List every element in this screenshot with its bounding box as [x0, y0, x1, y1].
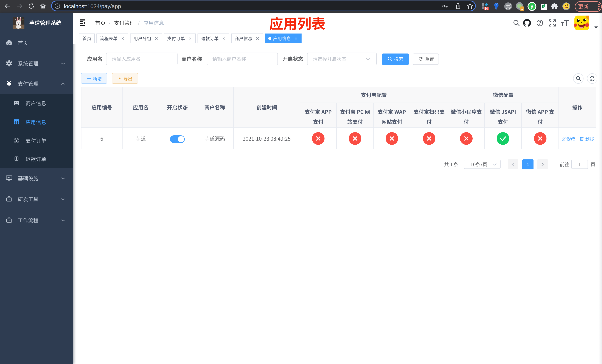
svg-text:10: 10: [485, 7, 488, 10]
svg-text:1: 1: [521, 7, 523, 10]
svg-text:y: y: [531, 3, 533, 9]
